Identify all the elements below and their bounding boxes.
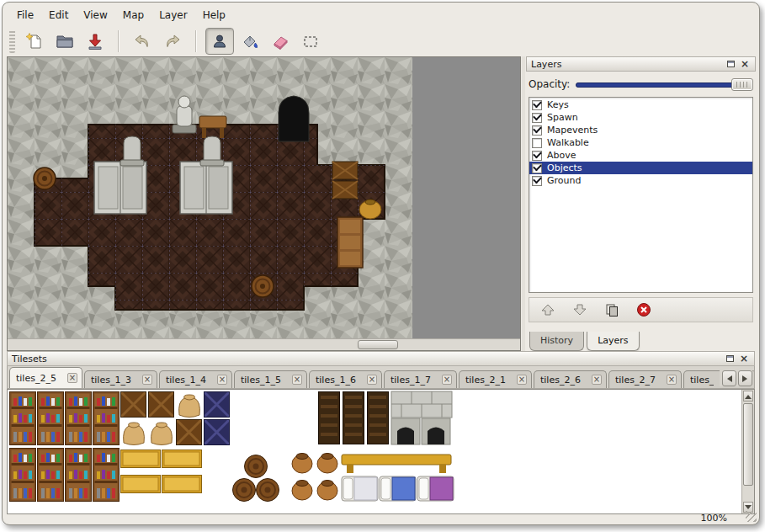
layer-visibility-checkbox[interactable] [532,138,542,148]
eraser-tool-button[interactable] [266,28,295,55]
toolbar-separator [195,30,197,52]
tab-close-icon[interactable] [217,375,227,385]
resize-grip[interactable] [746,511,757,522]
menu-file[interactable]: File [9,7,41,24]
rect-select-tool-button[interactable] [296,28,325,55]
tab-label: Layers [598,335,628,346]
tab-close-icon[interactable] [367,375,377,385]
layer-row-walkable[interactable]: Walkable [529,136,752,149]
move-layer-up-button[interactable] [536,300,560,320]
layer-visibility-checkbox[interactable] [532,151,542,161]
float-panel-icon[interactable] [724,353,736,364]
tileset-image[interactable] [8,391,732,514]
close-panel-icon[interactable] [739,58,751,70]
save-button[interactable] [81,28,109,55]
tab-history[interactable]: History [529,332,584,351]
scrollbar-thumb[interactable] [743,403,753,486]
tileset-tab[interactable]: tiles_1_5 [234,370,307,388]
tileset-tab[interactable]: tiles_1_6 [309,370,382,388]
tileset-viewport [7,389,755,514]
toolbar-drag-handle[interactable] [9,29,15,53]
layer-row-ground[interactable]: Ground [529,174,752,187]
layer-row-objects[interactable]: Objects [529,162,752,174]
bed-white [342,476,378,501]
layer-row-above[interactable]: Above [529,149,752,162]
tileset-tab[interactable]: tiles_1_3 [84,370,157,388]
layer-label: Objects [547,162,582,173]
toolbar-separator [118,30,120,52]
menu-view[interactable]: View [76,7,114,24]
tab-close-icon[interactable] [517,375,527,385]
layer-visibility-checkbox[interactable] [532,176,542,186]
layer-visibility-checkbox[interactable] [532,163,542,173]
tileset-tab-label: tiles_2_7 [615,375,656,386]
duplicate-layer-button[interactable] [600,300,624,320]
tileset-tab[interactable]: tiles_2_6 [534,370,607,388]
layers-panel-tabs: History Layers [529,332,640,351]
tilesets-panel-titlebar[interactable]: Tilesets [7,351,755,366]
scroll-up-icon[interactable] [743,391,753,402]
layers-panel-titlebar[interactable]: Layers [526,56,756,72]
tileset-tab[interactable]: tiles_2_1 [459,370,532,388]
new-document-button[interactable] [20,28,49,55]
layer-visibility-checkbox[interactable] [532,100,542,110]
open-folder-icon [56,33,74,50]
vertical-splitter[interactable] [522,56,525,351]
new-document-icon [25,32,44,51]
redo-button[interactable] [158,28,187,55]
delete-layer-icon [636,302,651,317]
delete-layer-button[interactable] [632,300,656,320]
tab-close-icon[interactable] [442,375,452,385]
save-icon [86,32,104,51]
tab-close-icon[interactable] [142,375,152,385]
tileset-tab[interactable]: tiles_1_4 [159,370,232,388]
zoom-level: 100% [701,513,727,524]
menu-help[interactable]: Help [195,7,233,24]
tab-close-icon[interactable] [667,375,677,385]
scrollbar-thumb[interactable] [358,340,398,349]
menu-map[interactable]: Map [115,7,151,24]
menu-edit[interactable]: Edit [41,7,76,24]
tileset-vertical-scrollbar[interactable] [741,390,754,513]
tileset-render [8,391,732,513]
map-editor-area [7,56,521,351]
redo-icon [163,33,182,50]
bed-blue [380,476,416,501]
menu-bar: File Edit View Map Layer Help [9,6,233,24]
close-panel-icon[interactable] [738,353,750,364]
layer-row-mapevents[interactable]: Mapevents [529,124,752,136]
opacity-slider[interactable] [576,77,753,91]
toolbar [8,26,754,56]
tab-scroll-left-icon[interactable] [722,370,736,386]
tileset-tab[interactable]: tiles_1_7 [384,370,457,388]
tab-close-icon[interactable] [292,375,302,385]
app-window: File Edit View Map Layer Help [2,2,760,525]
tab-scroll-right-icon[interactable] [738,370,752,386]
tileset-tab-label: tiles_2_5 [16,373,56,384]
layer-visibility-checkbox[interactable] [532,125,542,136]
menu-layer[interactable]: Layer [151,7,194,24]
tab-close-icon[interactable] [67,373,77,383]
layer-row-spawn[interactable]: Spawn [529,111,752,124]
wooden-cabinet [337,217,363,268]
undo-button[interactable] [128,28,157,55]
move-layer-down-button[interactable] [568,300,592,320]
tileset-tab[interactable]: tiles_2_7 [608,370,682,388]
tileset-tab[interactable]: tiles_2_5 [9,367,82,388]
float-panel-icon[interactable] [725,58,736,70]
map-horizontal-scrollbar[interactable] [8,338,520,350]
layer-visibility-checkbox[interactable] [532,113,542,123]
tab-layers[interactable]: Layers [587,332,639,351]
map-canvas[interactable] [8,57,520,338]
tileset-tab-label: tiles_1_4 [166,375,206,386]
opacity-slider-handle[interactable] [731,78,753,91]
gravestone-right [200,136,224,166]
layer-label: Keys [547,99,569,110]
layer-row-keys[interactable]: Keys [529,98,752,111]
stamp-tool-button[interactable] [205,28,234,55]
open-folder-button[interactable] [50,28,79,55]
fill-tool-button[interactable] [236,28,264,55]
stone-double-door-right [180,162,232,214]
stone-double-door-left [94,162,146,214]
tab-close-icon[interactable] [592,375,602,385]
